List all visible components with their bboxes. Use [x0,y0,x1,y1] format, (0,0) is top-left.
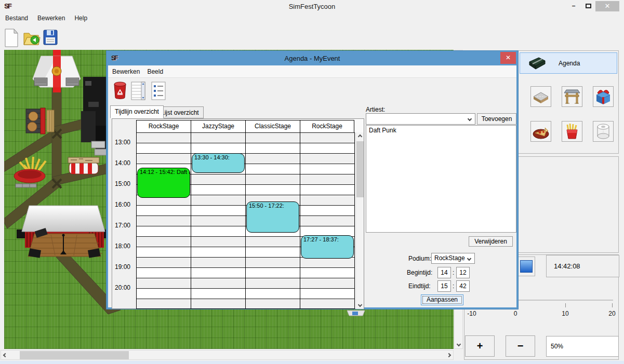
agenda-button-label: Agenda [559,60,580,67]
main-menubar: BestandBewerkenHelp [0,15,624,26]
window-titlebar: SF SimFestTycoon – ✕ [0,0,624,14]
begin-minute-field[interactable]: 12 [456,267,470,278]
dialog-titlebar[interactable]: SF Agenda - MyEvent ✕ [108,52,516,65]
minimize-button[interactable]: – [567,1,580,11]
toilet-paper-icon[interactable] [593,121,614,142]
open-folder-icon[interactable] [23,29,41,47]
chevron-down-icon [468,117,472,121]
slider-tick [612,303,613,307]
scroll-down-icon[interactable] [455,340,462,348]
end-minute-field[interactable]: 42 [456,280,470,292]
entrance-tent[interactable] [33,50,81,92]
slider-tick [565,303,566,307]
tab-tijdlijn-overzicht[interactable]: Tijdlijn overzicht [110,105,164,118]
timeline-scrollbar[interactable] [355,132,364,309]
pizza-icon[interactable] [530,121,551,142]
time-colon: : [453,269,454,276]
zoom-value-field[interactable]: 50% [546,336,619,357]
timeline-list-icon[interactable] [131,81,145,101]
zoom-out-button[interactable]: − [506,335,535,357]
timeline-scroll-down-icon[interactable] [356,301,364,308]
podium-label: Podium: [408,255,431,262]
time-label: 18:00 [115,242,130,250]
chevron-down-icon [467,257,471,261]
end-hour-field[interactable]: 15 [437,280,451,292]
striped-stall[interactable] [68,157,99,174]
slider-tick-label: 20 [608,310,615,317]
small-tent-top [347,311,365,316]
time-label: 16:00 [115,201,130,208]
road-tile-icon[interactable] [530,86,551,107]
schedule-event[interactable]: 13:30 - 14:30: [192,153,245,173]
agenda-notebook-icon [527,56,547,71]
artist-label: Artiest: [366,106,385,113]
main-stage[interactable] [17,206,109,258]
clock-icon [520,260,533,273]
remove-button[interactable]: Verwijderen [469,236,513,247]
window-bottom-edge [0,361,624,364]
artist-listbox[interactable]: Daft Punk [366,125,516,233]
stage-column-header: JazzyStage [191,120,245,133]
dialog-menubar: BewerkenBeeld [108,65,516,78]
hscroll-thumb[interactable] [20,351,129,359]
main-toolbar [0,27,624,49]
time-colon: : [453,282,454,290]
map-horizontal-scrollbar[interactable] [1,350,454,360]
stage-column-header: RockStage [300,120,354,133]
save-icon[interactable] [43,29,58,46]
artist-list-item[interactable]: Daft Punk [366,126,516,135]
maximize-icon [586,4,591,8]
timeline-scroll-thumb[interactable] [356,141,364,197]
stage-column-header: ClassicStage [245,120,300,133]
window-title: SimFestTycoon [0,3,624,10]
begin-hour-field[interactable]: 14 [437,267,451,278]
new-document-icon[interactable] [3,28,20,48]
gift-icon[interactable] [593,86,614,107]
timeline-view: 13:0014:0015:0016:0017:0018:0019:0020:00… [112,118,364,309]
delete-trash-icon[interactable] [113,81,127,101]
burger-stand[interactable] [26,108,54,134]
eindtijd-label: Eindtijd: [408,282,431,290]
schedule-event[interactable]: 14:12 - 15:42: Daft Punk [137,168,190,198]
maximize-button[interactable] [582,1,594,11]
game-time-display: 14:42:08 [546,255,619,277]
schedule-event[interactable]: 15:50 - 17:22: [246,201,299,232]
stage-equipment[interactable] [81,77,110,155]
zoom-in-button[interactable]: + [465,335,495,357]
slider-tick-label: 10 [562,310,568,317]
stage-header-row: RockStageJazzyStageClassicStageRockStage [136,120,355,133]
dialog-title: Agenda - MyEvent [108,55,516,62]
time-label: 20:00 [115,284,130,291]
menu-bestand[interactable]: Bestand [5,15,28,22]
schedule-grid[interactable]: 14:12 - 15:42: Daft Punk13:30 - 14:30:15… [136,132,355,309]
slider-tick-label: 0 [514,310,517,317]
close-button[interactable]: ✕ [595,1,619,11]
time-label: 17:00 [115,222,130,229]
stage-column-header: RockStage [136,120,191,133]
bulleted-list-icon[interactable] [151,81,166,101]
scroll-right-icon[interactable] [445,351,453,359]
add-artist-button[interactable]: Toevoegen [477,113,516,125]
begintijd-label: Begintijd: [407,269,432,276]
fries-icon[interactable] [562,121,582,142]
time-gutter: 13:0014:0015:0016:0017:0018:0019:0020:00 [113,119,136,308]
podium-combobox[interactable]: RockStage [431,253,475,264]
timeline-scroll-up-icon[interactable] [356,132,364,140]
time-label: 19:00 [115,263,130,271]
agenda-dialog: SF Agenda - MyEvent ✕ BewerkenBeeld Tijd… [107,51,518,309]
time-label: 13:00 [115,139,130,146]
menu-help[interactable]: Help [74,15,87,22]
scroll-left-icon[interactable] [1,351,9,359]
slider-tick-label: -10 [467,310,476,317]
menu-bewerken[interactable]: Bewerken [37,15,65,22]
torii-gate-icon[interactable] [562,86,582,107]
time-label: 14:00 [115,159,130,167]
agenda-button[interactable]: Agenda [520,52,617,74]
dialog-menu-beeld[interactable]: Beeld [147,68,163,75]
schedule-event[interactable]: 17:27 - 18:37: [301,235,354,259]
dialog-close-button[interactable]: ✕ [500,52,516,64]
dialog-menu-bewerken[interactable]: Bewerken [112,68,140,75]
time-label: 15:00 [115,180,130,187]
artist-combobox[interactable] [366,113,475,125]
apply-button[interactable]: Aanpassen [421,294,463,305]
